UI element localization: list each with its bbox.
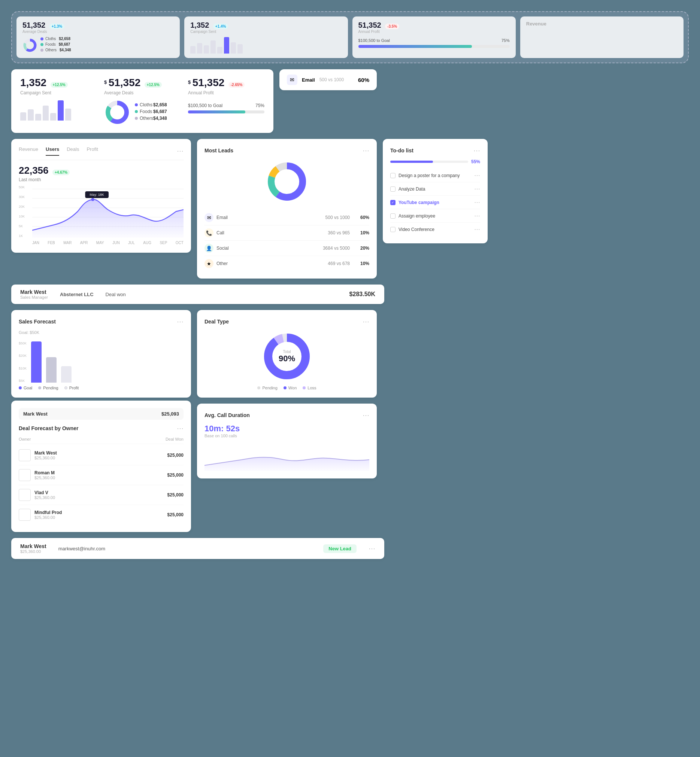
revenue-more-btn[interactable]: ⋯ — [177, 147, 183, 155]
deal-forecast-selected-amount: $25,093 — [161, 411, 179, 417]
call-lead-icon: 📞 — [205, 228, 214, 237]
tab-profit[interactable]: Profit — [86, 147, 98, 155]
preview-badge-2: +1.4% — [213, 23, 228, 29]
deal-strip-role: Sales Manager — [20, 295, 48, 300]
most-leads-title: Most Leads — [205, 148, 362, 153]
todo-more-btn[interactable]: ⋯ — [473, 147, 480, 155]
owner-avatar-3 — [19, 509, 31, 521]
avg-call-duration: 10m: 52s — [205, 424, 369, 434]
deal-forecast-col-deal-won: Deal Won — [166, 437, 183, 442]
most-leads-donut — [264, 159, 309, 204]
most-leads-card: Most Leads ⋯ ✉ — [197, 139, 377, 279]
todo-check-0[interactable] — [390, 173, 395, 178]
todo-progress-label: 55% — [471, 159, 480, 164]
lead-row-email: markwest@inuhr.com — [58, 546, 312, 551]
email-lead-icon: ✉ — [205, 213, 214, 222]
todo-check-4[interactable] — [390, 227, 395, 232]
lead-row-name: Mark West — [20, 543, 47, 549]
preview-label-1: Average Deals — [22, 30, 174, 34]
deal-forecast-col-owner: Owner — [19, 437, 166, 442]
todo-item-3: Assaign employee ⋯ — [390, 209, 480, 223]
tab-deals[interactable]: Deals — [67, 147, 79, 155]
lead-row-amount: $25,360.00 — [20, 549, 47, 554]
avg-deals-donut — [104, 99, 130, 125]
preview-num-3: 51,352 — [358, 21, 381, 29]
email-mini-label: Email — [302, 77, 315, 83]
deal-strip-status: Deal won — [106, 292, 126, 297]
todo-check-3[interactable] — [390, 214, 395, 219]
todo-label-4: Video Conference — [398, 227, 471, 232]
other-lead-icon: ★ — [205, 259, 214, 268]
lead-row-email: ✉ Email 500 vs 1000 60% — [205, 210, 369, 225]
preview-revenue: Revenue — [520, 16, 683, 58]
deal-type-legend: Pending Won Loss — [205, 386, 369, 390]
sales-forecast-more[interactable]: ⋯ — [177, 317, 183, 326]
todo-item-more-2[interactable]: ⋯ — [474, 199, 480, 206]
deal-strip: Mark West Sales Manager Absternet LLC De… — [11, 284, 384, 304]
avg-call-card: Avg. Call Duration ⋯ 10m: 52s Base on 10… — [197, 404, 377, 478]
preview-label-2: Campaign Sent — [190, 30, 342, 34]
owner-row-3: Mindful Prod $25,360.00 $25,000 — [19, 505, 183, 524]
preview-donut-1 — [22, 38, 38, 53]
tab-users[interactable]: Users — [46, 147, 59, 156]
todo-item-0: Design a poster for a company ⋯ — [390, 169, 480, 182]
avg-deals-stat: $ 51,352 +12.5% Average Deals Cloths$2,6… — [104, 77, 181, 125]
preview-stat-2: 1,352 +1.4% Campaign Sent — [184, 16, 348, 58]
deal-type-more[interactable]: ⋯ — [362, 317, 369, 326]
deal-forecast-title: Deal Forecast by Owner — [19, 425, 177, 431]
todo-item-more-3[interactable]: ⋯ — [474, 212, 480, 219]
deal-type-total-pct: 90% — [279, 354, 295, 364]
owner-row-0: Mark West $25,360.00 $25,000 — [19, 445, 183, 465]
owner-avatar-2 — [19, 489, 31, 501]
preview-goal-pct: 75% — [502, 38, 510, 43]
sales-forecast-card: Sales Forecast ⋯ Goal: $50K $50K $20K $1… — [11, 310, 191, 398]
owner-avatar-1 — [19, 469, 31, 481]
todo-item-4: Video Conference ⋯ — [390, 223, 480, 236]
lead-row-more-btn[interactable]: ⋯ — [369, 544, 375, 553]
avg-call-title: Avg. Call Duration — [205, 412, 362, 418]
preview-num-2: 1,352 — [190, 21, 209, 29]
email-mini-pct: 60% — [358, 77, 369, 83]
todo-check-1[interactable] — [390, 186, 395, 192]
avg-call-chart — [205, 441, 369, 471]
lead-row-social: 👤 Social 3684 vs 5000 20% — [205, 241, 369, 256]
campaign-stat: 1,352 +12.5% Campaign Sent — [20, 77, 97, 120]
deal-forecast-selected-name: Mark West — [23, 411, 48, 417]
summary-card: 1,352 +12.5% Campaign Sent — [11, 69, 273, 133]
users-line-chart: May: 18K — [32, 185, 183, 238]
todo-item-more-0[interactable]: ⋯ — [474, 172, 480, 179]
todo-item-2: ✓ YouTube campaign ⋯ — [390, 196, 480, 209]
todo-label-1: Analyze Data — [398, 186, 471, 192]
deal-type-total-label: Total — [279, 350, 295, 354]
lead-row-other: ★ Other 469 vs 678 10% — [205, 256, 369, 271]
campaign-num: 1,352 — [20, 77, 47, 88]
tab-revenue[interactable]: Revenue — [19, 147, 38, 155]
forecast-bar-pending — [46, 357, 56, 382]
forecast-bar-profit — [61, 366, 72, 382]
campaign-badge: +12.5% — [50, 82, 68, 87]
todo-list: Design a poster for a company ⋯ Analyze … — [390, 169, 480, 236]
preview-label-3: Annual Profit — [358, 30, 510, 34]
revenue-val: 22,356 — [19, 165, 49, 176]
todo-item-more-1[interactable]: ⋯ — [474, 185, 480, 192]
campaign-label: Campaign Sent — [20, 90, 97, 95]
preview-stat-3: 51,352 -3.5% Annual Profit $100,500 to G… — [352, 16, 516, 58]
email-mini-val: 500 vs 1000 — [319, 77, 344, 82]
todo-progress-fill — [390, 161, 433, 163]
avg-deals-num: 51,352 — [109, 77, 141, 88]
revenue-badge: +4.67% — [52, 170, 70, 175]
avg-call-more[interactable]: ⋯ — [362, 411, 369, 419]
lead-type-email: Email — [217, 215, 325, 220]
summary-goal-label: $100,500 to Goal — [188, 103, 222, 108]
preview-goal-label: $100,500 to Goal — [358, 38, 390, 43]
deal-type-title: Deal Type — [205, 318, 362, 325]
forecast-bar-goal — [31, 342, 42, 382]
deal-forecast-more[interactable]: ⋯ — [177, 424, 183, 432]
todo-item-more-4[interactable]: ⋯ — [474, 226, 480, 233]
most-leads-more[interactable]: ⋯ — [362, 147, 369, 155]
todo-label-0: Design a poster for a company — [398, 173, 471, 178]
preview-badge-1: +1.3% — [50, 23, 65, 29]
todo-check-2[interactable]: ✓ — [390, 200, 395, 205]
new-lead-badge: New Lead — [323, 544, 356, 553]
annual-profit-label: Annual Profit — [188, 90, 264, 95]
